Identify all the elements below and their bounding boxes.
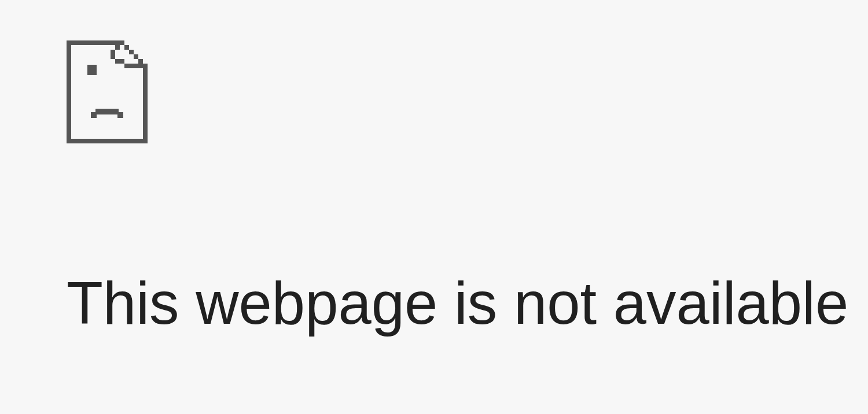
svg-rect-12 bbox=[111, 54, 115, 59]
svg-rect-7 bbox=[134, 54, 138, 59]
svg-rect-2 bbox=[143, 64, 148, 143]
svg-rect-13 bbox=[115, 59, 120, 64]
svg-rect-4 bbox=[120, 40, 124, 45]
svg-rect-6 bbox=[129, 50, 134, 54]
svg-rect-3 bbox=[67, 40, 124, 45]
error-page-container: This webpage is not available bbox=[0, 0, 868, 333]
svg-rect-11 bbox=[111, 50, 115, 54]
svg-rect-1 bbox=[67, 139, 148, 143]
svg-rect-19 bbox=[87, 65, 97, 75]
svg-rect-5 bbox=[124, 45, 129, 50]
svg-rect-0 bbox=[67, 40, 71, 143]
svg-rect-9 bbox=[143, 64, 148, 68]
error-heading: This webpage is not available bbox=[67, 273, 868, 333]
svg-rect-8 bbox=[138, 59, 143, 64]
svg-rect-21 bbox=[91, 112, 97, 118]
svg-rect-15 bbox=[124, 64, 129, 68]
svg-rect-17 bbox=[134, 64, 138, 68]
sad-file-icon bbox=[67, 40, 868, 143]
svg-rect-20 bbox=[95, 109, 119, 114]
svg-rect-22 bbox=[117, 112, 123, 118]
svg-rect-18 bbox=[138, 64, 143, 68]
svg-rect-14 bbox=[120, 59, 124, 64]
svg-rect-10 bbox=[115, 45, 120, 50]
svg-rect-16 bbox=[129, 64, 134, 68]
